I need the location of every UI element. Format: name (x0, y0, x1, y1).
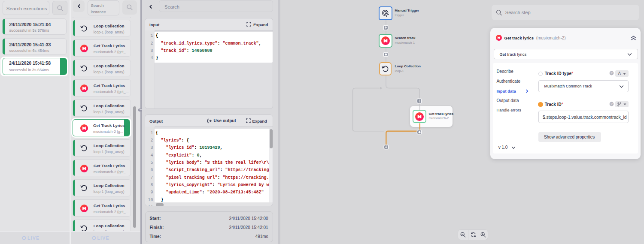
svg-text:?: ? (611, 71, 613, 75)
svg-text:?: ? (611, 102, 613, 106)
